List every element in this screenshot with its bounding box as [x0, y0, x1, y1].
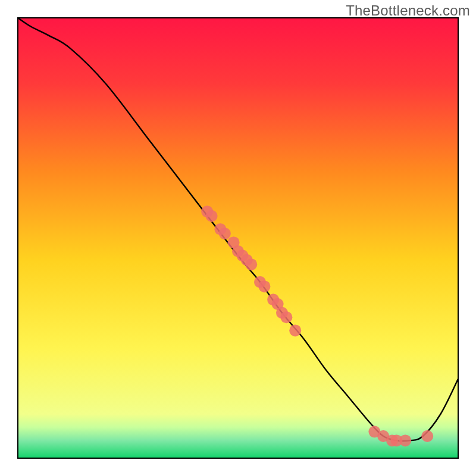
marker-dot: [399, 434, 411, 446]
marker-dot: [289, 324, 301, 336]
marker-dot: [421, 430, 433, 442]
marker-dot: [206, 210, 218, 222]
chart-container: TheBottleneck.com: [0, 0, 476, 476]
gradient-background: [18, 18, 458, 458]
marker-dot: [280, 311, 292, 323]
attribution-label: TheBottleneck.com: [346, 2, 470, 19]
plot-area: [18, 18, 458, 458]
marker-dot: [219, 228, 231, 240]
chart-plot: [0, 0, 476, 476]
marker-dot: [245, 258, 257, 270]
marker-dot: [258, 280, 270, 292]
